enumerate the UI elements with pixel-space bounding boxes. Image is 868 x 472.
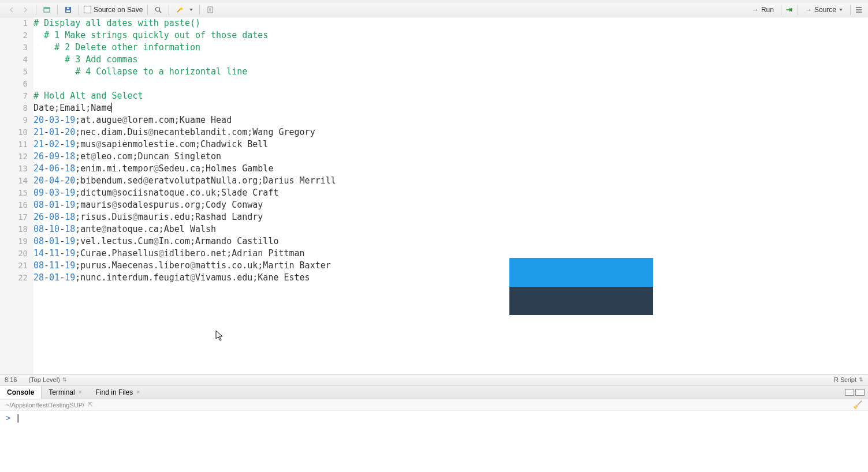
console-prompt: > — [6, 413, 10, 422]
source-on-save-label: Source on Save — [94, 6, 143, 14]
wand-dropdown-button[interactable] — [188, 4, 195, 16]
overlay-bottom-band — [509, 287, 653, 316]
svg-point-5 — [156, 7, 160, 11]
source-on-save-input[interactable] — [84, 6, 91, 13]
tab-terminal-label: Terminal — [49, 388, 74, 396]
save-button[interactable] — [62, 4, 74, 16]
tab-terminal[interactable]: Terminal × — [42, 386, 88, 399]
path-popup-icon[interactable]: ⇱ — [88, 401, 93, 409]
svg-rect-3 — [66, 10, 70, 12]
maximize-panel-button[interactable] — [855, 389, 865, 396]
line-number-gutter: 12345678910111213141516171819202122 — [0, 17, 33, 374]
close-icon[interactable]: × — [79, 389, 82, 395]
source-button[interactable]: → Source — [800, 5, 848, 15]
show-in-window-button[interactable] — [41, 4, 53, 16]
scope-updown-icon: ⇅ — [62, 377, 67, 383]
source-label: Source — [814, 6, 836, 14]
code-content[interactable]: # Display all dates with paste() # 1 Mak… — [33, 17, 868, 374]
tab-console[interactable]: Console — [0, 386, 42, 399]
cursor-position: 8:16 — [5, 376, 17, 383]
filetype-updown-icon: ⇅ — [859, 377, 863, 383]
find-button[interactable] — [152, 4, 164, 16]
minimize-panel-button[interactable] — [845, 389, 854, 396]
magic-wand-button[interactable] — [174, 4, 185, 16]
console-cursor: | — [16, 413, 20, 422]
svg-line-6 — [159, 11, 161, 13]
rerun-arrow-icon: ⇥ — [786, 5, 792, 14]
svg-rect-4 — [67, 8, 69, 9]
chevron-down-icon — [839, 8, 843, 12]
console-path-bar: ~/Appsilon/test/TestingSUP/ ⇱ 🧹 — [0, 399, 868, 411]
overlay-graphic — [509, 258, 653, 315]
filetype-label: R Script — [834, 376, 856, 383]
console-body[interactable]: > | — [0, 411, 868, 457]
editor-statusbar: 8:16 (Top Level) ⇅ R Script ⇅ — [0, 374, 868, 385]
run-button[interactable]: → Run — [747, 5, 778, 15]
nav-forward-button[interactable] — [20, 4, 31, 16]
scope-selector[interactable]: (Top Level) ⇅ — [28, 376, 66, 383]
compile-report-button[interactable] — [204, 4, 216, 16]
clear-console-icon[interactable]: 🧹 — [853, 400, 862, 409]
outline-button[interactable] — [853, 4, 865, 16]
console-path: ~/Appsilon/test/TestingSUP/ — [6, 402, 84, 409]
scope-label: (Top Level) — [28, 376, 59, 383]
tab-find-label: Find in Files — [96, 388, 133, 396]
overlay-top-band — [509, 258, 653, 287]
bottom-panel-tabs: Console Terminal × Find in Files × — [0, 385, 868, 399]
code-editor[interactable]: 12345678910111213141516171819202122 # Di… — [0, 17, 868, 374]
close-icon[interactable]: × — [136, 389, 140, 395]
run-arrow-icon: → — [752, 6, 759, 14]
svg-rect-1 — [44, 8, 50, 9]
nav-back-button[interactable] — [6, 4, 17, 16]
run-label: Run — [761, 6, 774, 14]
tab-find-in-files[interactable]: Find in Files × — [89, 386, 147, 399]
source-on-save-checkbox[interactable]: Source on Save — [81, 6, 145, 14]
source-arrow-icon: → — [805, 6, 812, 14]
rerun-button[interactable]: ⇥ — [784, 4, 795, 16]
tab-console-label: Console — [7, 388, 34, 396]
editor-toolbar: Source on Save → Run ⇥ → Source — [0, 2, 868, 17]
filetype-selector[interactable]: R Script ⇅ — [834, 376, 863, 383]
